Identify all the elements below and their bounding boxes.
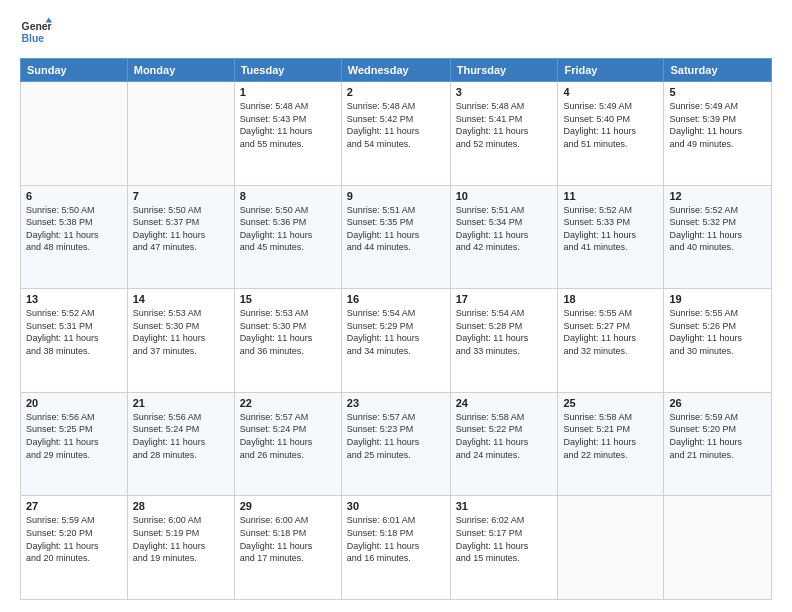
calendar-cell: 28Sunrise: 6:00 AM Sunset: 5:19 PM Dayli… [127, 496, 234, 600]
day-info: Sunrise: 5:53 AM Sunset: 5:30 PM Dayligh… [133, 307, 229, 357]
day-info: Sunrise: 5:56 AM Sunset: 5:25 PM Dayligh… [26, 411, 122, 461]
day-info: Sunrise: 5:56 AM Sunset: 5:24 PM Dayligh… [133, 411, 229, 461]
weekday-header: Wednesday [341, 59, 450, 82]
calendar-cell: 9Sunrise: 5:51 AM Sunset: 5:35 PM Daylig… [341, 185, 450, 289]
calendar-cell: 21Sunrise: 5:56 AM Sunset: 5:24 PM Dayli… [127, 392, 234, 496]
svg-text:Blue: Blue [22, 33, 45, 44]
calendar-week-row: 6Sunrise: 5:50 AM Sunset: 5:38 PM Daylig… [21, 185, 772, 289]
day-number: 28 [133, 500, 229, 512]
day-info: Sunrise: 5:48 AM Sunset: 5:42 PM Dayligh… [347, 100, 445, 150]
day-info: Sunrise: 5:59 AM Sunset: 5:20 PM Dayligh… [26, 514, 122, 564]
calendar-cell: 23Sunrise: 5:57 AM Sunset: 5:23 PM Dayli… [341, 392, 450, 496]
calendar-week-row: 13Sunrise: 5:52 AM Sunset: 5:31 PM Dayli… [21, 289, 772, 393]
calendar-cell: 13Sunrise: 5:52 AM Sunset: 5:31 PM Dayli… [21, 289, 128, 393]
day-info: Sunrise: 5:52 AM Sunset: 5:31 PM Dayligh… [26, 307, 122, 357]
day-number: 16 [347, 293, 445, 305]
day-info: Sunrise: 5:55 AM Sunset: 5:26 PM Dayligh… [669, 307, 766, 357]
calendar-cell: 6Sunrise: 5:50 AM Sunset: 5:38 PM Daylig… [21, 185, 128, 289]
day-number: 24 [456, 397, 553, 409]
calendar-cell: 15Sunrise: 5:53 AM Sunset: 5:30 PM Dayli… [234, 289, 341, 393]
calendar-cell [558, 496, 664, 600]
day-info: Sunrise: 5:52 AM Sunset: 5:33 PM Dayligh… [563, 204, 658, 254]
day-number: 12 [669, 190, 766, 202]
day-info: Sunrise: 5:50 AM Sunset: 5:36 PM Dayligh… [240, 204, 336, 254]
day-info: Sunrise: 5:48 AM Sunset: 5:43 PM Dayligh… [240, 100, 336, 150]
day-info: Sunrise: 6:00 AM Sunset: 5:19 PM Dayligh… [133, 514, 229, 564]
day-number: 31 [456, 500, 553, 512]
calendar-cell: 16Sunrise: 5:54 AM Sunset: 5:29 PM Dayli… [341, 289, 450, 393]
weekday-header: Saturday [664, 59, 772, 82]
page: General Blue SundayMondayTuesdayWednesda… [0, 0, 792, 612]
calendar-cell: 8Sunrise: 5:50 AM Sunset: 5:36 PM Daylig… [234, 185, 341, 289]
day-number: 2 [347, 86, 445, 98]
weekday-header-row: SundayMondayTuesdayWednesdayThursdayFrid… [21, 59, 772, 82]
day-number: 1 [240, 86, 336, 98]
day-info: Sunrise: 5:58 AM Sunset: 5:22 PM Dayligh… [456, 411, 553, 461]
calendar-cell: 18Sunrise: 5:55 AM Sunset: 5:27 PM Dayli… [558, 289, 664, 393]
day-number: 4 [563, 86, 658, 98]
day-info: Sunrise: 5:48 AM Sunset: 5:41 PM Dayligh… [456, 100, 553, 150]
calendar-cell: 30Sunrise: 6:01 AM Sunset: 5:18 PM Dayli… [341, 496, 450, 600]
calendar-cell: 11Sunrise: 5:52 AM Sunset: 5:33 PM Dayli… [558, 185, 664, 289]
day-number: 29 [240, 500, 336, 512]
calendar-cell: 29Sunrise: 6:00 AM Sunset: 5:18 PM Dayli… [234, 496, 341, 600]
day-number: 10 [456, 190, 553, 202]
day-number: 14 [133, 293, 229, 305]
day-info: Sunrise: 5:57 AM Sunset: 5:24 PM Dayligh… [240, 411, 336, 461]
day-number: 17 [456, 293, 553, 305]
day-number: 8 [240, 190, 336, 202]
day-number: 6 [26, 190, 122, 202]
logo-icon: General Blue [20, 16, 52, 48]
day-info: Sunrise: 5:49 AM Sunset: 5:40 PM Dayligh… [563, 100, 658, 150]
day-number: 18 [563, 293, 658, 305]
header: General Blue [20, 16, 772, 48]
day-info: Sunrise: 5:54 AM Sunset: 5:28 PM Dayligh… [456, 307, 553, 357]
calendar-week-row: 1Sunrise: 5:48 AM Sunset: 5:43 PM Daylig… [21, 82, 772, 186]
day-number: 11 [563, 190, 658, 202]
day-info: Sunrise: 5:51 AM Sunset: 5:34 PM Dayligh… [456, 204, 553, 254]
day-number: 13 [26, 293, 122, 305]
calendar-cell: 22Sunrise: 5:57 AM Sunset: 5:24 PM Dayli… [234, 392, 341, 496]
calendar-table: SundayMondayTuesdayWednesdayThursdayFrid… [20, 58, 772, 600]
calendar-cell [21, 82, 128, 186]
calendar-cell: 17Sunrise: 5:54 AM Sunset: 5:28 PM Dayli… [450, 289, 558, 393]
day-number: 21 [133, 397, 229, 409]
calendar-cell: 26Sunrise: 5:59 AM Sunset: 5:20 PM Dayli… [664, 392, 772, 496]
day-info: Sunrise: 5:50 AM Sunset: 5:37 PM Dayligh… [133, 204, 229, 254]
day-number: 7 [133, 190, 229, 202]
calendar-week-row: 20Sunrise: 5:56 AM Sunset: 5:25 PM Dayli… [21, 392, 772, 496]
calendar-cell: 4Sunrise: 5:49 AM Sunset: 5:40 PM Daylig… [558, 82, 664, 186]
day-info: Sunrise: 5:57 AM Sunset: 5:23 PM Dayligh… [347, 411, 445, 461]
calendar-cell: 19Sunrise: 5:55 AM Sunset: 5:26 PM Dayli… [664, 289, 772, 393]
day-number: 22 [240, 397, 336, 409]
calendar-cell: 14Sunrise: 5:53 AM Sunset: 5:30 PM Dayli… [127, 289, 234, 393]
calendar-cell: 10Sunrise: 5:51 AM Sunset: 5:34 PM Dayli… [450, 185, 558, 289]
day-number: 25 [563, 397, 658, 409]
logo: General Blue [20, 16, 52, 48]
day-number: 15 [240, 293, 336, 305]
day-number: 5 [669, 86, 766, 98]
day-info: Sunrise: 6:02 AM Sunset: 5:17 PM Dayligh… [456, 514, 553, 564]
calendar-cell: 27Sunrise: 5:59 AM Sunset: 5:20 PM Dayli… [21, 496, 128, 600]
calendar-cell: 2Sunrise: 5:48 AM Sunset: 5:42 PM Daylig… [341, 82, 450, 186]
day-number: 20 [26, 397, 122, 409]
calendar-cell: 25Sunrise: 5:58 AM Sunset: 5:21 PM Dayli… [558, 392, 664, 496]
calendar-cell: 31Sunrise: 6:02 AM Sunset: 5:17 PM Dayli… [450, 496, 558, 600]
calendar-cell: 20Sunrise: 5:56 AM Sunset: 5:25 PM Dayli… [21, 392, 128, 496]
calendar-cell [127, 82, 234, 186]
day-info: Sunrise: 5:52 AM Sunset: 5:32 PM Dayligh… [669, 204, 766, 254]
day-info: Sunrise: 5:54 AM Sunset: 5:29 PM Dayligh… [347, 307, 445, 357]
calendar-cell: 7Sunrise: 5:50 AM Sunset: 5:37 PM Daylig… [127, 185, 234, 289]
day-info: Sunrise: 5:49 AM Sunset: 5:39 PM Dayligh… [669, 100, 766, 150]
calendar-cell [664, 496, 772, 600]
day-number: 9 [347, 190, 445, 202]
day-number: 23 [347, 397, 445, 409]
calendar-cell: 24Sunrise: 5:58 AM Sunset: 5:22 PM Dayli… [450, 392, 558, 496]
day-info: Sunrise: 5:53 AM Sunset: 5:30 PM Dayligh… [240, 307, 336, 357]
weekday-header: Friday [558, 59, 664, 82]
day-info: Sunrise: 6:00 AM Sunset: 5:18 PM Dayligh… [240, 514, 336, 564]
day-number: 19 [669, 293, 766, 305]
day-info: Sunrise: 6:01 AM Sunset: 5:18 PM Dayligh… [347, 514, 445, 564]
weekday-header: Tuesday [234, 59, 341, 82]
weekday-header: Thursday [450, 59, 558, 82]
